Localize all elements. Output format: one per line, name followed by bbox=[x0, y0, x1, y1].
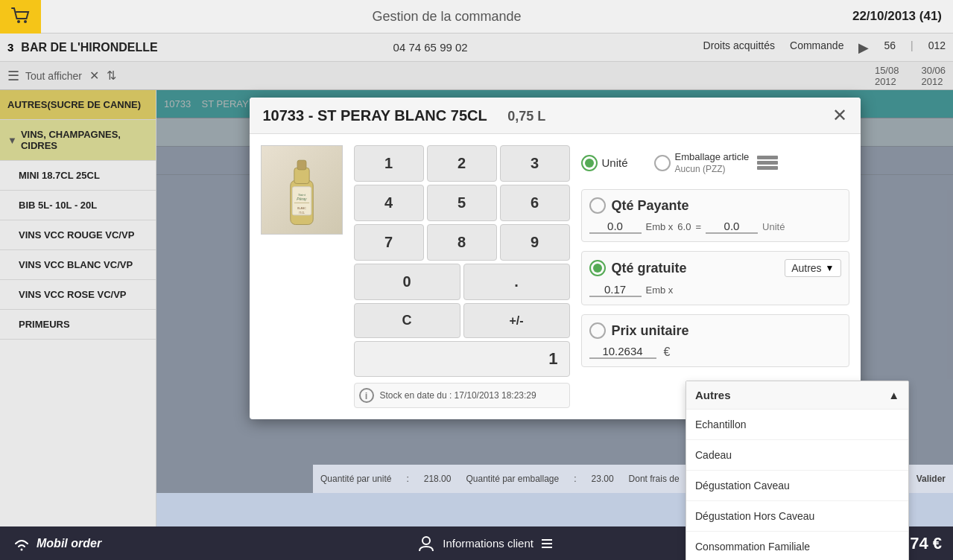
prix-unitaire-radio[interactable] bbox=[589, 322, 606, 339]
tout-afficher-label: Tout afficher bbox=[25, 70, 82, 82]
svg-point-11 bbox=[422, 537, 430, 544]
qte-payante-input[interactable] bbox=[589, 220, 642, 234]
info-client-button[interactable]: Informations client bbox=[416, 533, 554, 554]
equals-label: = bbox=[695, 221, 701, 232]
svg-rect-12 bbox=[542, 539, 552, 541]
numpad-2[interactable]: 2 bbox=[427, 145, 497, 182]
sidebar-item-vcc-blanc[interactable]: VINS VCC BLANC VC/VP bbox=[0, 250, 156, 280]
number-012: 012 bbox=[928, 39, 946, 56]
stock-text: Stock en date du : 17/10/2013 18:23:29 bbox=[380, 390, 536, 401]
sidebar-item-autres[interactable]: AUTRES(SUCRE DE CANNE) bbox=[0, 90, 156, 120]
numpad-3[interactable]: 3 bbox=[500, 145, 570, 182]
menu-dots-icon bbox=[539, 533, 554, 554]
unite-radio[interactable] bbox=[581, 155, 598, 171]
sidebar-item-vcc-rose[interactable]: VINS VCC ROSE VC/VP bbox=[0, 280, 156, 310]
modal-title: 10733 - ST PERAY BLANC 75CL 0,75 L bbox=[263, 107, 546, 124]
date-display: 22/10/2013 (41) bbox=[852, 9, 953, 24]
dropdown-header-arrow: ▲ bbox=[888, 389, 899, 401]
numpad-1[interactable]: 1 bbox=[354, 145, 424, 182]
autres-dropdown-btn[interactable]: Autres ▼ bbox=[785, 259, 840, 277]
qte-payante-radio[interactable] bbox=[589, 197, 606, 214]
numpad-7[interactable]: 7 bbox=[354, 224, 424, 261]
emb-x-label-2: Emb x bbox=[646, 284, 674, 296]
prix-unitaire-header: Prix unitaire bbox=[589, 322, 841, 339]
numpad-0[interactable]: 0 bbox=[354, 264, 460, 300]
menu-icon[interactable]: ☰ bbox=[7, 68, 19, 84]
product-image: Saint Péray BLANC 75 CL bbox=[261, 145, 343, 235]
cart-svg bbox=[10, 6, 31, 27]
svg-text:Péray: Péray bbox=[297, 197, 307, 201]
unite-radio-inner bbox=[585, 159, 594, 168]
sidebar-item-mini[interactable]: MINI 18.7CL 25CL bbox=[0, 161, 156, 191]
sidebar-item-label: PRIMEURS bbox=[19, 319, 70, 330]
numpad-dot[interactable]: . bbox=[463, 264, 570, 300]
prix-unitaire-label: Prix unitaire bbox=[612, 323, 689, 339]
dropdown-echantillon[interactable]: Echantillon bbox=[686, 410, 908, 440]
prix-unitaire-block: Prix unitaire € bbox=[581, 314, 849, 367]
dropdown-degustation-caveau[interactable]: Dégustation Caveau bbox=[686, 471, 908, 501]
dropdown-cadeau[interactable]: Cadeau bbox=[686, 440, 908, 471]
emballage-option[interactable]: Emballage article Aucun (PZZ) bbox=[654, 151, 779, 174]
close-filter-icon[interactable]: ✕ bbox=[89, 69, 99, 83]
logo-text: Mobil order bbox=[37, 537, 101, 550]
cart-icon[interactable] bbox=[0, 0, 41, 34]
modal-close-button[interactable]: ✕ bbox=[832, 106, 847, 124]
numpad-6[interactable]: 6 bbox=[500, 185, 570, 221]
svg-point-0 bbox=[17, 20, 20, 23]
qte-gratuite-header: Qté gratuite Autres ▼ bbox=[589, 259, 841, 277]
sidebar-item-bib[interactable]: BIB 5L- 10L - 20L bbox=[0, 191, 156, 220]
separator: | bbox=[911, 39, 914, 56]
prix-unitaire-input[interactable] bbox=[589, 345, 656, 359]
svg-rect-4 bbox=[297, 160, 306, 170]
numpad-display[interactable]: 1 bbox=[354, 341, 570, 377]
numpad-9[interactable]: 9 bbox=[500, 224, 570, 261]
main-area: AUTRES(SUCRE DE CANNE) ▼ VINS, CHAMPAGNE… bbox=[0, 90, 953, 526]
qte-gratuite-block: Qté gratuite Autres ▼ Emb x bbox=[581, 251, 849, 305]
qte-payante-result[interactable] bbox=[706, 220, 758, 234]
numpad-4[interactable]: 4 bbox=[354, 185, 424, 221]
dropdown-header: Autres ▲ bbox=[686, 381, 908, 410]
valider-btn[interactable]: Valider bbox=[916, 474, 946, 484]
emb-x-value: 6.0 bbox=[677, 221, 691, 232]
modal-overlay: 10733 - ST PERAY BLANC 75CL 0,75 L ✕ bbox=[156, 90, 953, 493]
qte-par-unite-label: Quantité par unité bbox=[320, 474, 391, 484]
unite-emballage-row: Unité Emballage article Aucun (PZZ) bbox=[581, 145, 849, 180]
sidebar-item-label: VINS VCC BLANC VC/VP bbox=[19, 259, 133, 270]
info-client-label: Informations client bbox=[443, 537, 534, 550]
modal-header: 10733 - ST PERAY BLANC 75CL 0,75 L ✕ bbox=[250, 98, 861, 134]
emballage-text: Emballage article Aucun (PZZ) bbox=[675, 151, 750, 174]
info-icon: i bbox=[359, 388, 374, 403]
sidebar-item-label: AUTRES(SUCRE DE CANNE) bbox=[7, 99, 141, 110]
numpad-clear[interactable]: C bbox=[354, 303, 460, 338]
date-range: 15/082012 30/062012 bbox=[875, 65, 946, 87]
emballage-value: Aucun (PZZ) bbox=[675, 164, 750, 174]
emballage-radio[interactable] bbox=[654, 155, 671, 171]
svg-text:BLANC: BLANC bbox=[297, 207, 306, 210]
phone-number: 04 74 65 99 02 bbox=[158, 41, 703, 54]
qte-gratuite-input[interactable] bbox=[589, 283, 642, 297]
qte-payante-header: Qté Payante bbox=[589, 197, 841, 214]
qte-gratuite-radio[interactable] bbox=[589, 260, 606, 276]
sidebar-item-label: MINI 18.7CL 25CL bbox=[19, 170, 100, 181]
numpad-5[interactable]: 5 bbox=[427, 185, 497, 221]
sidebar-item-vins[interactable]: ▼ VINS, CHAMPAGNES, CIDRES bbox=[0, 120, 156, 161]
bar-number: 3 bbox=[7, 41, 13, 54]
dropdown-container: Autres ▲ Echantillon Cadeau Dégustation … bbox=[686, 381, 909, 560]
modal-body: Saint Péray BLANC 75 CL 1 2 3 bbox=[250, 134, 861, 419]
droits-label: Droits acquittés bbox=[703, 39, 775, 56]
sidebar-item-vcc-rouge[interactable]: VINS VCC ROUGE VC/VP bbox=[0, 220, 156, 250]
sidebar-item-label: VINS, CHAMPAGNES, CIDRES bbox=[21, 129, 148, 151]
numpad-8[interactable]: 8 bbox=[427, 224, 497, 261]
modal-title-text: 10733 - ST PERAY BLANC 75CL bbox=[263, 107, 487, 124]
dropdown-consommation-familiale[interactable]: Consommation Familiale bbox=[686, 532, 908, 560]
date-2: 30/062012 bbox=[921, 65, 946, 87]
emb-x-label: Emb x bbox=[646, 221, 674, 232]
filter-options-icon[interactable]: ⇅ bbox=[107, 69, 116, 83]
dropdown-degustation-hors-caveau[interactable]: Dégustation Hors Caveau bbox=[686, 501, 908, 532]
sidebar-item-primeurs[interactable]: PRIMEURS bbox=[0, 310, 156, 340]
unite-label-2: Unité bbox=[762, 221, 785, 232]
numpad-plusminus[interactable]: +/- bbox=[463, 303, 570, 338]
qte-gratuite-radio-inner bbox=[593, 264, 602, 273]
unite-option[interactable]: Unité bbox=[581, 155, 628, 171]
qte-par-emballage-label: Quantité par emballage bbox=[466, 474, 559, 484]
